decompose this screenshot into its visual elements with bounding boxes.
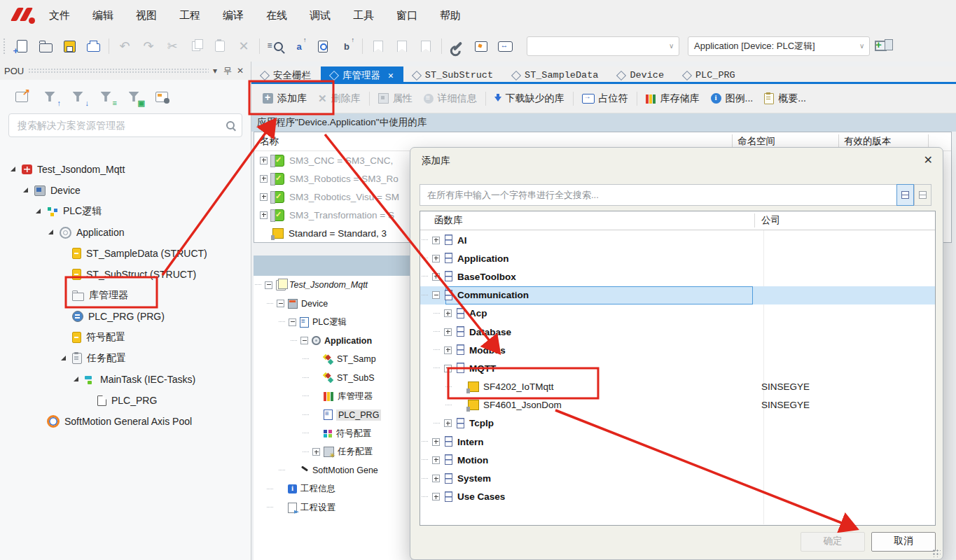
replace-button[interactable]: a [287, 35, 311, 57]
export-view-button[interactable] [13, 88, 31, 105]
expander-icon[interactable] [444, 365, 452, 372]
ok-button[interactable]: 确定 [801, 532, 865, 552]
tab-PLC_PRG[interactable]: PLC_PRG [674, 66, 745, 84]
menu-item-4[interactable]: 工程 [168, 6, 212, 25]
solution-item-PLC_PRG (PRG)[interactable]: PLC_PRG (PRG) [0, 306, 249, 327]
filter-down-button[interactable]: ↓ [69, 88, 87, 105]
menu-item-9[interactable]: 窗口 [385, 6, 429, 25]
catalog-item-MQTT[interactable]: MQTT [420, 359, 935, 377]
expander-icon[interactable] [35, 208, 42, 215]
expander-icon[interactable] [432, 291, 440, 299]
expand-icon[interactable] [260, 175, 268, 183]
find-button[interactable] [263, 35, 287, 57]
flat-view-toggle[interactable] [914, 184, 931, 206]
filter-list-button[interactable]: ≡ [97, 88, 115, 105]
resize-grip[interactable] [932, 549, 941, 557]
classic-item-ST_SubS[interactable]: ST_SubS [254, 369, 411, 388]
catalog-item-Intern[interactable]: Intern [420, 433, 935, 451]
panel-menu-button[interactable]: ▾ [209, 66, 221, 76]
solution-item-ST_SampleData (STRUCT)[interactable]: ST_SampleData (STRUCT) [0, 243, 249, 264]
tree-view-toggle[interactable] [896, 184, 914, 206]
tools-button[interactable] [445, 35, 469, 57]
catalog-item-System[interactable]: System [420, 469, 935, 487]
menu-item-8[interactable]: 工具 [342, 6, 385, 25]
expander-icon[interactable] [432, 438, 440, 446]
classic-item-工程信息[interactable]: 工程信息 [254, 480, 411, 499]
active-application-combo[interactable]: Application [Device: PLC逻辑]∨ [688, 36, 870, 56]
classic-item-符号配置[interactable]: 符号配置 [254, 424, 411, 443]
expander-icon[interactable] [277, 300, 284, 307]
menu-item-2[interactable]: 编辑 [81, 6, 125, 25]
open-project-button[interactable] [34, 35, 57, 57]
close-tab-icon[interactable]: ✕ [388, 70, 394, 81]
expander-icon[interactable] [48, 229, 55, 236]
expander-icon[interactable] [444, 346, 452, 354]
new-file-button[interactable] [10, 35, 34, 57]
catalog-item-SF4601_JsonDom[interactable]: SF4601_JsonDomSINSEGYE [420, 396, 935, 414]
paste-button[interactable] [208, 35, 232, 57]
solution-item-SoftMotion General Axis Pool[interactable]: SoftMotion General Axis Pool [0, 411, 249, 432]
expander-icon[interactable] [444, 328, 452, 336]
expander-icon[interactable] [265, 281, 272, 289]
tab-ST_SampleData[interactable]: ST_SampleData [503, 66, 608, 84]
classic-item-PLC逻辑[interactable]: PLC逻辑 [254, 313, 411, 332]
column-company[interactable]: 公司 [761, 214, 780, 227]
column-effective-version[interactable]: 有效的版本 [844, 135, 892, 148]
download-missing-button[interactable]: 下载缺少的库 [489, 88, 570, 109]
properties-button[interactable]: 属性 [373, 88, 418, 109]
menu-item-10[interactable]: 帮助 [429, 6, 472, 25]
classic-item-Test_Jsondom_Mqtt[interactable]: Test_Jsondom_Mqtt [254, 276, 411, 295]
cancel-button[interactable]: 取消 [871, 532, 936, 552]
bookmark-next-button[interactable] [414, 35, 438, 57]
expander-icon[interactable] [73, 376, 80, 383]
expander-icon[interactable] [432, 493, 440, 500]
solution-item-Test_Jsondom_Mqtt[interactable]: Test_Jsondom_Mqtt [0, 159, 249, 180]
tab-Device[interactable]: Device [608, 66, 674, 84]
solution-item-符号配置[interactable]: 符号配置 [0, 327, 249, 348]
close-icon[interactable]: ✕ [924, 153, 933, 167]
link-options-button[interactable] [493, 35, 517, 57]
solution-item-Device[interactable]: Device [0, 180, 249, 201]
expand-icon[interactable] [260, 193, 268, 201]
expander-icon[interactable] [289, 318, 296, 326]
solution-search-input[interactable] [16, 119, 226, 132]
column-function-library[interactable]: 函数库 [420, 214, 463, 227]
menu-item-3[interactable]: 视图 [125, 6, 168, 25]
expander-icon[interactable] [432, 456, 440, 464]
expander-icon[interactable] [444, 419, 452, 427]
expand-icon[interactable] [260, 157, 268, 164]
replace-in-files-button[interactable]: b [335, 35, 359, 57]
catalog-item-AI[interactable]: AI [420, 231, 935, 249]
redo-button[interactable]: ↷ [137, 35, 160, 57]
classic-item-库管理器[interactable]: 库管理器 [254, 387, 411, 406]
catalog-item-Database[interactable]: Database [420, 323, 935, 341]
expander-icon[interactable] [22, 187, 29, 194]
catalog-item-Application[interactable]: Application [420, 249, 935, 267]
solution-item-PLC逻辑[interactable]: PLC逻辑 [0, 201, 249, 222]
catalog-item-Use Cases[interactable]: Use Cases [420, 488, 935, 506]
cut-button[interactable]: ✂ [160, 35, 184, 57]
delete-button[interactable]: ✕ [232, 35, 256, 57]
copy-button[interactable] [184, 35, 208, 57]
solution-item-PLC_PRG[interactable]: PLC_PRG [0, 390, 249, 411]
catalog-item-SF4202_IoTMqtt[interactable]: SF4202_IoTMqttSINSEGYE [420, 378, 935, 396]
add-library-button[interactable]: 添加库 [257, 88, 312, 109]
classic-item-SoftMotion Gene[interactable]: SoftMotion Gene [254, 461, 411, 480]
expander-icon[interactable] [300, 337, 308, 344]
classic-item-任务配置[interactable]: 任务配置 [254, 443, 411, 462]
summary-button[interactable]: 概要... [758, 88, 812, 109]
catalog-item-BaseToolbox[interactable]: BaseToolbox [420, 267, 935, 286]
menu-item-5[interactable]: 编译 [212, 6, 255, 25]
placeholder-button[interactable]: 占位符 [576, 88, 634, 109]
options-button[interactable] [469, 35, 493, 57]
solution-item-MainTask (IEC-Tasks)[interactable]: MainTask (IEC-Tasks) [0, 369, 249, 390]
solution-search-box[interactable] [8, 113, 242, 137]
filter-saved-button[interactable]: ▣ [125, 88, 143, 105]
catalog-item-Motion[interactable]: Motion [420, 451, 935, 469]
expand-icon[interactable] [260, 211, 268, 219]
solution-item-Application[interactable]: Application [0, 222, 249, 243]
expander-icon[interactable] [60, 355, 67, 362]
expander-icon[interactable] [444, 309, 452, 317]
expander-icon[interactable] [432, 475, 440, 482]
column-namespace[interactable]: 命名空间 [737, 135, 775, 148]
